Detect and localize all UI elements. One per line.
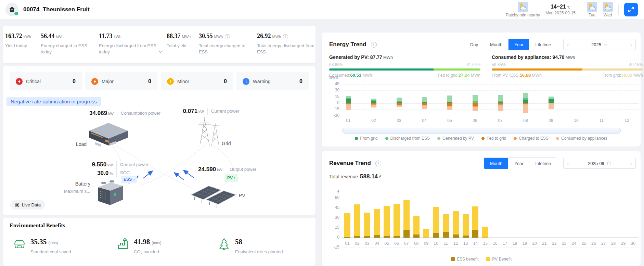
chart-scrollbar[interactable] xyxy=(342,128,621,134)
bar-segment[interactable] xyxy=(523,104,528,113)
bar-segment[interactable] xyxy=(346,104,351,110)
bar-segment[interactable] xyxy=(371,99,376,100)
bar-segment[interactable] xyxy=(443,232,449,238)
bar-segment[interactable] xyxy=(344,237,350,238)
bar-segment[interactable] xyxy=(374,235,380,238)
bar-segment[interactable] xyxy=(433,207,439,233)
period-value[interactable]: 2025 xyxy=(591,42,601,47)
bar-segment[interactable] xyxy=(549,103,554,109)
load-device-icon[interactable] xyxy=(88,123,129,149)
prev-period-icon[interactable]: ‹ xyxy=(567,42,569,48)
legend-item-fed-to-grid[interactable]: Fed to grid xyxy=(481,136,506,141)
bar-segment[interactable] xyxy=(422,97,427,102)
bar-segment[interactable] xyxy=(413,235,420,238)
calendar-icon[interactable] xyxy=(607,161,611,165)
legend-item-discharged-from-ess[interactable]: Discharged from ESS xyxy=(385,136,430,141)
battery-device-icon[interactable] xyxy=(92,180,125,207)
bar-segment[interactable] xyxy=(364,213,370,237)
alarm-chip-minor[interactable]: !Minor0 xyxy=(161,72,233,90)
tab-month[interactable]: Month xyxy=(484,158,508,169)
alarm-chip-major[interactable]: Major0 xyxy=(85,72,157,90)
bar-segment[interactable] xyxy=(346,96,351,98)
bar-segment[interactable] xyxy=(447,102,452,102)
bar-segment[interactable] xyxy=(472,230,478,238)
fullscreen-button[interactable] xyxy=(624,3,638,16)
legend-item-ess-benefit[interactable]: ESS benefit xyxy=(451,257,478,262)
bar-segment[interactable] xyxy=(523,98,528,100)
live-data-button[interactable]: Live Data xyxy=(10,200,45,210)
bar-segment[interactable] xyxy=(498,101,503,102)
alarm-chip-critical[interactable]: Critical0 xyxy=(10,72,82,90)
tab-year[interactable]: Year xyxy=(508,158,529,169)
legend-item-from-grid[interactable]: From grid xyxy=(355,136,377,141)
bar-segment[interactable] xyxy=(371,105,376,108)
bar-segment[interactable] xyxy=(473,95,478,101)
bar-segment[interactable] xyxy=(523,93,528,98)
bar-segment[interactable] xyxy=(384,206,390,236)
bar-segment[interactable] xyxy=(346,99,351,103)
pv-badge[interactable]: PV xyxy=(224,174,238,182)
next-period-icon[interactable]: › xyxy=(630,161,632,166)
bar-segment[interactable] xyxy=(354,236,360,238)
info-icon[interactable] xyxy=(375,161,381,166)
bar-segment[interactable] xyxy=(472,206,478,230)
bar-segment[interactable] xyxy=(403,200,410,230)
bar-segment[interactable] xyxy=(498,95,503,101)
bar-segment[interactable] xyxy=(447,103,452,106)
bar-segment[interactable] xyxy=(374,209,380,235)
legend-item-consumed-by-appliances[interactable]: Consumed by appliances xyxy=(556,136,607,141)
info-icon[interactable] xyxy=(225,34,230,39)
bar-segment[interactable] xyxy=(422,105,427,109)
bar-segment[interactable] xyxy=(453,235,459,238)
alarm-chip-warning[interactable]: iWarning0 xyxy=(236,72,309,90)
bar-segment[interactable] xyxy=(463,236,469,238)
bar-segment[interactable] xyxy=(394,204,400,236)
bar-segment[interactable] xyxy=(346,98,351,99)
bar-segment[interactable] xyxy=(482,227,488,238)
bar-segment[interactable] xyxy=(473,103,478,106)
tab-lifetime[interactable]: Lifetime xyxy=(529,158,557,169)
info-icon[interactable] xyxy=(371,42,377,48)
bar-segment[interactable] xyxy=(549,97,554,98)
bar-segment[interactable] xyxy=(344,213,350,237)
bar-segment[interactable] xyxy=(413,216,420,235)
legend-item-charged-to-ess[interactable]: Charged to ESS xyxy=(514,136,549,141)
bar-segment[interactable] xyxy=(453,211,459,235)
bar-segment[interactable] xyxy=(397,105,402,107)
bar-segment[interactable] xyxy=(473,101,478,103)
bar-segment[interactable] xyxy=(447,96,452,102)
bar-segment[interactable] xyxy=(549,99,554,99)
bar-segment[interactable] xyxy=(397,98,402,101)
bar-segment[interactable] xyxy=(394,236,400,238)
bar-segment[interactable] xyxy=(473,107,478,111)
bar-segment[interactable] xyxy=(482,238,488,238)
bar-segment[interactable] xyxy=(384,236,390,238)
bar-segment[interactable] xyxy=(422,102,427,102)
bar-segment[interactable] xyxy=(397,101,402,102)
tab-lifetime[interactable]: Lifetime xyxy=(529,39,557,50)
legend-item-pv-benefit[interactable]: PV Benefit xyxy=(486,257,512,262)
bar-segment[interactable] xyxy=(447,106,452,110)
plant-avatar[interactable] xyxy=(5,3,18,16)
legend-item-generated-by-pv[interactable]: Generated by PV xyxy=(437,136,474,141)
pv-device-icon[interactable] xyxy=(190,182,237,211)
info-icon[interactable] xyxy=(283,34,288,39)
chevron-down-icon[interactable] xyxy=(159,49,163,55)
bar-segment[interactable] xyxy=(433,233,439,238)
bar-segment[interactable] xyxy=(354,204,360,236)
bar-segment[interactable] xyxy=(423,229,429,238)
chevron-down-icon[interactable] xyxy=(604,43,608,46)
next-period-icon[interactable]: › xyxy=(630,42,632,48)
bar-segment[interactable] xyxy=(364,236,370,238)
bar-segment[interactable] xyxy=(463,214,469,236)
bar-segment[interactable] xyxy=(443,214,449,232)
bar-segment[interactable] xyxy=(549,99,554,103)
bar-segment[interactable] xyxy=(371,100,376,101)
tab-year[interactable]: Year xyxy=(508,39,529,50)
bar-segment[interactable] xyxy=(403,230,410,238)
status-banner[interactable]: Negative rate optimization in progress xyxy=(7,97,101,106)
bar-segment[interactable] xyxy=(498,105,503,111)
tab-day[interactable]: Day xyxy=(464,39,484,50)
bar-segment[interactable] xyxy=(371,101,376,103)
bar-segment[interactable] xyxy=(523,100,528,103)
